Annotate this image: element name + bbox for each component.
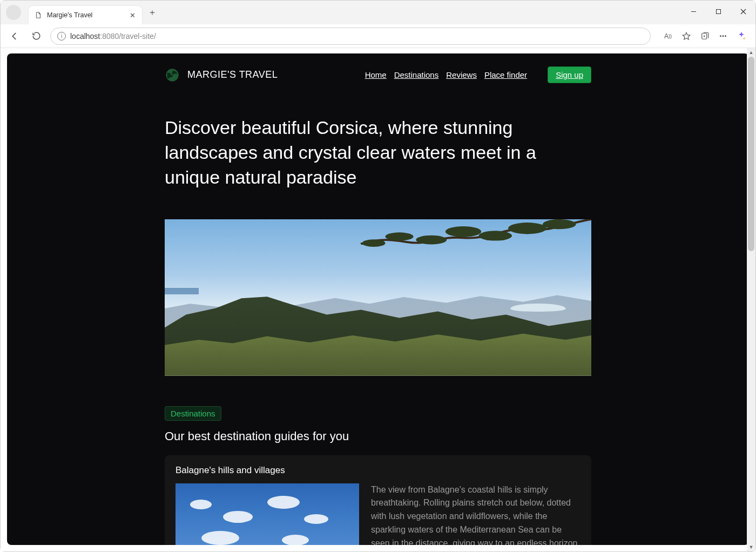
destinations-heading: Our best destination guides for you	[165, 429, 591, 443]
card-image	[176, 483, 359, 545]
viewport: MARGIE'S TRAVEL Home Destinations Review…	[1, 48, 755, 551]
url-text: localhost:8080/travel-site/	[70, 32, 156, 41]
close-window-button[interactable]	[731, 1, 755, 22]
page-icon	[34, 11, 43, 19]
window-controls	[681, 1, 755, 22]
webpage[interactable]: MARGIE'S TRAVEL Home Destinations Review…	[7, 53, 749, 545]
toolbar-right-icons: A)) ···	[660, 29, 749, 44]
scroll-up-arrow[interactable]: ▲	[747, 48, 755, 57]
svg-point-9	[416, 235, 447, 244]
site-info-icon[interactable]: i	[57, 32, 66, 41]
svg-point-8	[446, 226, 481, 237]
svg-rect-1	[716, 9, 720, 14]
svg-point-11	[362, 239, 386, 247]
copilot-icon[interactable]	[734, 29, 749, 44]
hero-title: Discover beautiful Corsica, where stunni…	[165, 116, 591, 190]
destination-card[interactable]: Balagne's hills and villages The view fr…	[165, 455, 591, 545]
more-menu-icon[interactable]: ···	[716, 29, 731, 44]
collections-icon[interactable]	[697, 29, 712, 44]
brand-name: MARGIE'S TRAVEL	[187, 69, 278, 80]
tab-title: Margie's Travel	[47, 11, 124, 19]
nav-home[interactable]: Home	[365, 70, 387, 79]
toolbar: i localhost:8080/travel-site/ A)) ···	[1, 24, 755, 48]
hero-image	[165, 219, 591, 376]
main-nav: Home Destinations Reviews Place finder	[365, 70, 527, 79]
back-button[interactable]	[7, 29, 22, 44]
refresh-button[interactable]	[29, 29, 44, 44]
browser-window: Margie's Travel ✕ ＋ i localhost:8080/tra…	[0, 0, 756, 552]
svg-point-10	[385, 232, 413, 240]
scroll-thumb[interactable]	[748, 57, 754, 251]
maximize-button[interactable]	[706, 1, 731, 22]
svg-point-7	[478, 231, 512, 240]
profile-avatar[interactable]	[6, 5, 21, 20]
destinations-tag: Destinations	[165, 406, 221, 421]
card-text: The view from Balagne's coastal hills is…	[371, 483, 580, 545]
page-scrollbar[interactable]: ▲ ▼	[747, 48, 755, 551]
globe-icon	[165, 68, 180, 83]
tab-active[interactable]: Margie's Travel ✕	[29, 6, 142, 24]
svg-point-12	[543, 219, 576, 229]
address-bar[interactable]: i localhost:8080/travel-site/	[50, 28, 651, 45]
scroll-track[interactable]	[747, 57, 755, 543]
nav-destinations[interactable]: Destinations	[394, 70, 439, 79]
card-title: Balagne's hills and villages	[176, 465, 580, 476]
nav-place-finder[interactable]: Place finder	[484, 70, 527, 79]
nav-reviews[interactable]: Reviews	[446, 70, 477, 79]
svg-point-6	[508, 223, 546, 234]
new-tab-button[interactable]: ＋	[144, 4, 160, 21]
tab-strip: Margie's Travel ✕ ＋	[1, 1, 755, 24]
favorite-star-icon[interactable]	[679, 29, 694, 44]
close-tab-icon[interactable]: ✕	[128, 11, 137, 19]
read-aloud-icon[interactable]: A))	[660, 29, 676, 44]
site-header: MARGIE'S TRAVEL Home Destinations Review…	[165, 66, 591, 83]
scroll-down-arrow[interactable]: ▼	[747, 543, 755, 551]
signup-button[interactable]: Sign up	[548, 66, 591, 83]
minimize-button[interactable]	[681, 1, 706, 22]
